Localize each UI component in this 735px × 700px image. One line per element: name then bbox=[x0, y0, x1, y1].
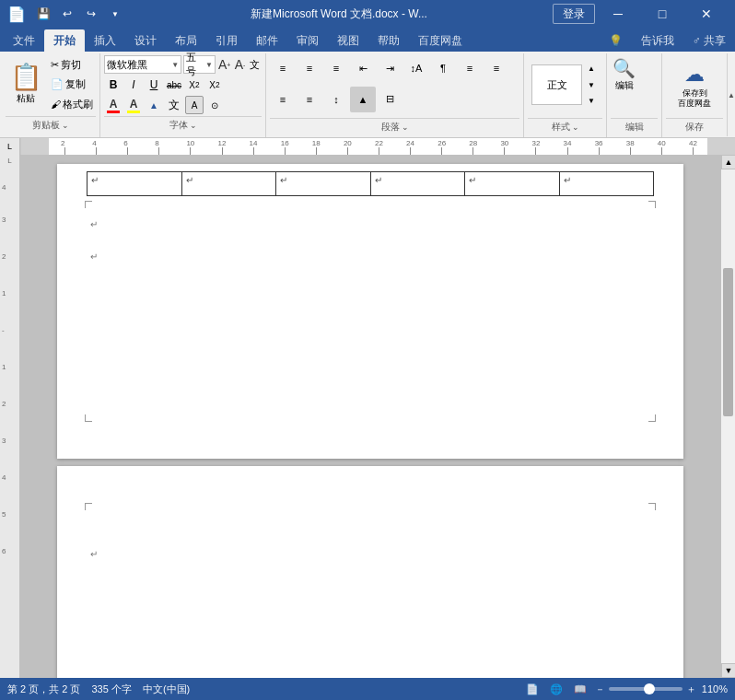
find-button[interactable]: 🔍 编辑 bbox=[611, 55, 637, 94]
zoom-thumb[interactable] bbox=[644, 683, 655, 694]
zoom-minus-button[interactable]: － bbox=[595, 682, 605, 696]
tab-references[interactable]: 引用 bbox=[206, 29, 247, 52]
format-painter-button[interactable]: 🖌 格式刷 bbox=[48, 97, 96, 112]
table-cell-1-6[interactable]: ↵ bbox=[559, 172, 654, 196]
clipboard-expand-button[interactable]: ⌄ bbox=[62, 121, 69, 130]
paste-button[interactable]: 📋 粘贴 bbox=[6, 55, 46, 114]
tab-help[interactable]: 帮助 bbox=[368, 29, 409, 52]
table-row-1[interactable]: ↵ ↵ ↵ ↵ ↵ ↵ bbox=[88, 172, 654, 196]
para-mark: ↵ bbox=[280, 175, 287, 185]
document-area[interactable]: ↵ ↵ ↵ ↵ ↵ ↵ ↵ ↵ ↵ bbox=[20, 155, 720, 678]
bullets-button[interactable]: ≡ bbox=[270, 55, 296, 81]
change-case-button[interactable]: 文 bbox=[249, 55, 262, 74]
styles-scroll[interactable]: ▲ ▼ ▼ bbox=[584, 64, 599, 105]
show-marks-button[interactable]: ¶ bbox=[430, 55, 456, 81]
view-print-button[interactable]: 📄 bbox=[523, 683, 542, 695]
subscript-button[interactable]: X2 bbox=[185, 76, 204, 94]
numbering-button[interactable]: ≡ bbox=[297, 55, 322, 81]
decrease-font-button[interactable]: A- bbox=[233, 55, 246, 74]
font-name-select[interactable]: 微软雅黑 ▼ bbox=[104, 55, 181, 74]
clipboard-group: 📋 粘贴 ✂ 剪切 📄 复制 🖌 格式刷 剪贴板 ⌄ bbox=[2, 53, 100, 137]
ruler-corner[interactable]: L bbox=[0, 138, 20, 155]
font-expand-button[interactable]: ⌄ bbox=[190, 121, 197, 130]
styles-group: 正文 ▲ ▼ ▼ 样式 ⌄ bbox=[524, 53, 607, 137]
tab-review[interactable]: 审阅 bbox=[287, 29, 328, 52]
tab-tellme[interactable]: 告诉我 bbox=[632, 29, 683, 52]
document-page-2[interactable]: ↵ bbox=[57, 466, 683, 678]
increase-font-button[interactable]: A+ bbox=[217, 55, 231, 74]
indent-increase-button[interactable]: ⇥ bbox=[377, 55, 402, 81]
signin-button[interactable]: 登录 bbox=[553, 4, 595, 24]
para-mark: ↵ bbox=[469, 175, 476, 185]
italic-button[interactable]: I bbox=[124, 76, 143, 94]
table-cell-1-5[interactable]: ↵ bbox=[465, 172, 560, 196]
maximize-button[interactable]: □ bbox=[641, 0, 683, 28]
font-size-select[interactable]: 五号 ▼ bbox=[183, 55, 216, 74]
borders-button[interactable]: ⊟ bbox=[377, 87, 402, 112]
ribbon-collapse-button[interactable]: ▲ bbox=[727, 53, 735, 136]
document-table[interactable]: ↵ ↵ ↵ ↵ ↵ ↵ bbox=[87, 171, 654, 196]
scroll-down-button[interactable]: ▼ bbox=[721, 663, 735, 678]
scrollbar-thumb[interactable] bbox=[723, 268, 733, 416]
table-cell-1-2[interactable]: ↵ bbox=[181, 172, 276, 196]
cut-button[interactable]: ✂ 剪切 bbox=[48, 57, 96, 73]
view-read-button[interactable]: 📖 bbox=[571, 683, 589, 695]
vruler-num-0: - bbox=[2, 326, 5, 334]
table-cell-1-4[interactable]: ↵ bbox=[370, 172, 465, 196]
char-border-button[interactable]: A bbox=[185, 96, 204, 114]
font-color-picker-button[interactable]: ▲ bbox=[145, 96, 163, 114]
paste-icon: 📋 bbox=[10, 64, 42, 90]
qat-undo-button[interactable]: ↩ bbox=[57, 4, 77, 24]
strikethrough-button[interactable]: abc bbox=[165, 76, 183, 94]
tab-share[interactable]: ♂ 共享 bbox=[683, 29, 735, 52]
tab-home[interactable]: 开始 bbox=[44, 29, 85, 52]
sort-button[interactable]: ↕A bbox=[403, 55, 429, 81]
indent-decrease-button[interactable]: ⇤ bbox=[350, 55, 376, 81]
zoom-plus-button[interactable]: ＋ bbox=[686, 682, 696, 696]
phonetic-button[interactable]: ⊙ bbox=[205, 96, 224, 114]
vruler-num-n4: 4 bbox=[2, 473, 6, 482]
scrollbar-track[interactable] bbox=[721, 169, 735, 663]
save-to-baidu-button[interactable]: ☁ 保存到百度网盘 bbox=[666, 59, 723, 112]
tab-insert[interactable]: 插入 bbox=[85, 29, 125, 52]
tab-baidu[interactable]: 百度网盘 bbox=[409, 29, 472, 52]
line-spacing-button[interactable]: ↕ bbox=[323, 87, 349, 112]
align-center-button[interactable]: ≡ bbox=[484, 55, 509, 81]
document-page-1[interactable]: ↵ ↵ ↵ ↵ ↵ ↵ ↵ ↵ bbox=[57, 164, 683, 459]
bold-button[interactable]: B bbox=[104, 76, 122, 94]
font-color-button[interactable]: A bbox=[104, 96, 122, 114]
tab-mailings[interactable]: 邮件 bbox=[247, 29, 287, 52]
qat-customize-button[interactable]: ▼ bbox=[105, 4, 125, 24]
close-button[interactable]: ✕ bbox=[685, 0, 728, 28]
tab-layout[interactable]: 布局 bbox=[166, 29, 206, 52]
table-cell-1-1[interactable]: ↵ bbox=[88, 172, 182, 196]
multilevel-list-button[interactable]: ≡ bbox=[323, 55, 349, 81]
underline-button[interactable]: U bbox=[145, 76, 163, 94]
view-web-button[interactable]: 🌐 bbox=[547, 683, 566, 695]
tab-design[interactable]: 设计 bbox=[125, 29, 166, 52]
tab-lightbulb[interactable]: 💡 bbox=[600, 29, 632, 52]
char-spacing-button[interactable]: 文 bbox=[165, 96, 183, 114]
word-icon: 📄 bbox=[7, 6, 26, 23]
qat-save-button[interactable]: 💾 bbox=[33, 4, 53, 24]
tab-view[interactable]: 视图 bbox=[328, 29, 368, 52]
justify-button[interactable]: ≡ bbox=[297, 87, 322, 112]
text-highlight-button[interactable]: A bbox=[124, 96, 143, 114]
copy-button[interactable]: 📄 复制 bbox=[48, 76, 96, 92]
tab-file[interactable]: 文件 bbox=[4, 29, 44, 52]
qat-redo-button[interactable]: ↪ bbox=[81, 4, 101, 24]
vruler-num-3: 3 bbox=[2, 216, 6, 224]
vertical-scrollbar[interactable]: ▲ ▼ bbox=[720, 155, 735, 678]
paragraph-expand-button[interactable]: ⌄ bbox=[402, 122, 409, 132]
scroll-up-button[interactable]: ▲ bbox=[721, 155, 735, 169]
align-right-button[interactable]: ≡ bbox=[270, 87, 296, 112]
superscript-button[interactable]: X2 bbox=[205, 76, 224, 94]
font-group-label: 字体 ⌄ bbox=[104, 116, 262, 134]
align-left-button[interactable]: ≡ bbox=[457, 55, 483, 81]
minimize-button[interactable]: ─ bbox=[597, 0, 639, 28]
normal-style-button[interactable]: 正文 bbox=[531, 64, 582, 105]
styles-expand-button[interactable]: ⌄ bbox=[572, 122, 579, 132]
shading-button[interactable]: ▲ bbox=[350, 87, 376, 112]
zoom-track[interactable] bbox=[609, 687, 682, 691]
table-cell-1-3[interactable]: ↵ bbox=[276, 172, 371, 196]
